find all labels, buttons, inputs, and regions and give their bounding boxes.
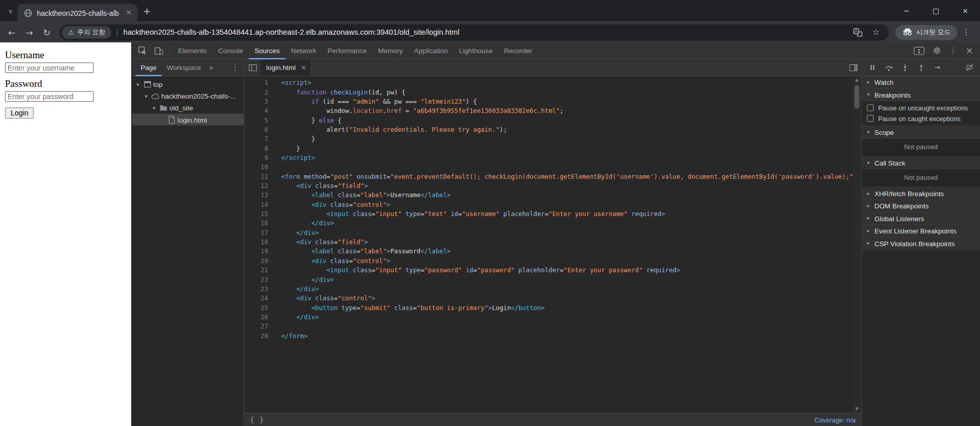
line-number[interactable]: 26 — [245, 312, 269, 321]
window-close-button[interactable]: × — [950, 0, 980, 22]
line-number[interactable]: 11 — [245, 172, 269, 181]
devtools-tab-elements[interactable]: Elements — [173, 42, 212, 59]
browser-tab[interactable]: hacktheon2025-challs-alb-135 × — [17, 4, 137, 21]
code-line[interactable]: 10 — [245, 162, 853, 172]
line-number[interactable]: 16 — [245, 219, 269, 228]
line-number[interactable]: 14 — [245, 200, 269, 209]
line-number[interactable]: 19 — [245, 247, 269, 256]
security-chip[interactable]: ⚠ 주의 요함 — [62, 26, 111, 38]
devtools-tab-application[interactable]: Application — [409, 42, 453, 59]
devtools-tab-memory[interactable]: Memory — [372, 42, 409, 59]
devtools-tab-console[interactable]: Console — [212, 42, 249, 59]
line-number[interactable]: 4 — [245, 106, 269, 115]
code-line[interactable]: 2 function checkLogin(id, pw) { — [245, 87, 853, 97]
line-number[interactable]: 28 — [245, 331, 269, 340]
debugger-section-breakpoints[interactable]: ▾Breakpoints — [862, 89, 980, 101]
devtools-close-icon[interactable]: × — [961, 42, 977, 59]
line-number[interactable]: 25 — [245, 303, 269, 312]
device-toolbar-icon[interactable] — [151, 42, 167, 59]
step-into-icon[interactable] — [898, 61, 912, 75]
settings-gear-icon[interactable] — [929, 42, 945, 59]
minimize-button[interactable]: − — [892, 0, 921, 22]
code-line[interactable]: 26 </div> — [245, 312, 853, 321]
debugger-section-global-listeners[interactable]: ▸Global Listeners — [862, 212, 980, 225]
code-editor[interactable]: 1<script>2 function checkLogin(id, pw) {… — [245, 76, 862, 413]
line-number[interactable]: 24 — [245, 294, 269, 303]
step-over-icon[interactable] — [882, 61, 896, 75]
devtools-tab-lighthouse[interactable]: Lighthouse — [453, 42, 498, 59]
debugger-section-csp-violation-breakpoints[interactable]: ▸CSP Violation Breakpoints — [862, 238, 980, 250]
line-number[interactable]: 5 — [245, 115, 269, 125]
tree-item-hacktheon2025-challs[interactable]: ▾hacktheon2025-challs-... — [132, 90, 244, 102]
line-number[interactable]: 7 — [245, 134, 269, 144]
line-number[interactable]: 17 — [245, 228, 269, 237]
line-number[interactable]: 20 — [245, 256, 269, 265]
tree-item-top[interactable]: ▾top — [132, 78, 244, 90]
line-number[interactable]: 2 — [245, 87, 269, 97]
line-number[interactable]: 6 — [245, 125, 269, 134]
code-line[interactable]: 23 </div> — [245, 284, 853, 293]
code-line[interactable]: 4 window.location.href = "a6b49f3b955fef… — [245, 106, 853, 115]
line-number[interactable]: 12 — [245, 181, 269, 191]
debugger-section-call-stack[interactable]: ▾Call Stack — [862, 157, 980, 169]
step-icon[interactable] — [930, 61, 944, 75]
inspect-element-icon[interactable] — [134, 42, 151, 59]
console-messages-icon[interactable]: 1 — [914, 46, 924, 55]
code-line[interactable]: 19 <label class="label">Password</label> — [245, 247, 853, 256]
checkbox[interactable] — [867, 115, 873, 122]
code-line[interactable]: 9</script> — [245, 153, 853, 162]
code-line[interactable]: 24 <div class="control"> — [245, 294, 853, 303]
tab-close-icon[interactable]: × — [124, 8, 134, 18]
toggle-debugger-sidebar-icon[interactable] — [845, 59, 862, 76]
checkbox[interactable] — [867, 104, 873, 111]
debugger-section-xhr-fetch-breakpoints[interactable]: ▸XHR/fetch Breakpoints — [862, 187, 980, 200]
code-line[interactable]: 16 </div> — [245, 219, 853, 228]
breakpoint-option-pause-on-uncaught-exceptions[interactable]: Pause on uncaught exceptions — [862, 103, 980, 113]
debugger-section-scope[interactable]: ▾Scope — [862, 126, 980, 138]
line-number[interactable]: 21 — [245, 266, 269, 275]
scroll-up-icon[interactable]: ▲ — [855, 76, 859, 84]
back-icon[interactable]: ← — [4, 24, 20, 40]
editor-group-icon[interactable] — [245, 59, 261, 76]
code-line[interactable]: 12 <div class="field"> — [245, 181, 853, 191]
tab-search-icon[interactable]: ∨ — [4, 8, 17, 14]
code-line[interactable]: 25 <button type="submit" class="button i… — [245, 303, 853, 312]
code-line[interactable]: 13 <label class="label">Username</label> — [245, 191, 853, 200]
devtools-tab-network[interactable]: Network — [285, 42, 322, 59]
devtools-menu-icon[interactable]: ⋮ — [945, 42, 961, 59]
bookmark-star-icon[interactable]: ☆ — [870, 28, 882, 37]
code-line[interactable]: 22 </div> — [245, 275, 853, 284]
code-line[interactable]: 1<script> — [245, 78, 853, 87]
scrollbar-thumb[interactable] — [854, 85, 859, 108]
code-line[interactable]: 20 <div class="control"> — [245, 256, 853, 265]
step-out-icon[interactable] — [914, 61, 928, 75]
line-number[interactable]: 18 — [245, 238, 269, 247]
code-line[interactable]: 14 <div class="control"> — [245, 200, 853, 209]
url-text[interactable]: hacktheon2025-challs-alb-1354048441.ap-n… — [124, 28, 846, 36]
editor-tab-login-html[interactable]: login.html × — [260, 59, 312, 76]
incognito-badge[interactable]: 시크릿 모드 — [895, 25, 958, 39]
devtools-tab-recorder[interactable]: Recorder — [498, 42, 538, 59]
tree-item-login-html[interactable]: login.html — [132, 114, 244, 126]
code-line[interactable]: 21 <input class="input" type="password" … — [245, 266, 853, 275]
code-line[interactable]: 28</form> — [245, 331, 853, 340]
tree-item-old-site[interactable]: ▾old_site — [132, 102, 244, 113]
line-number[interactable]: 13 — [245, 191, 269, 200]
code-line[interactable]: 7 } — [245, 134, 853, 144]
code-line[interactable]: 11<form method="post" onsubmit="event.pr… — [245, 172, 853, 181]
devtools-tab-sources[interactable]: Sources — [249, 42, 285, 59]
editor-tab-close-icon[interactable]: × — [301, 63, 306, 72]
password-input[interactable] — [5, 91, 94, 102]
code-line[interactable]: 17 </div> — [245, 228, 853, 237]
code-line[interactable]: 5 } else { — [245, 115, 853, 125]
navigator-menu-icon[interactable]: ⋮ — [229, 63, 241, 72]
line-number[interactable]: 22 — [245, 275, 269, 284]
tree-disclosure-icon[interactable]: ▾ — [151, 105, 157, 111]
navigator-tab-page[interactable]: Page — [136, 59, 162, 76]
code-line[interactable]: 3 if (id === "admin" && pw === "letmein1… — [245, 97, 853, 106]
debugger-section-watch[interactable]: ▸Watch — [862, 76, 980, 88]
new-tab-button[interactable]: + — [137, 5, 156, 16]
line-number[interactable]: 27 — [245, 322, 269, 331]
navigator-tab-workspace[interactable]: Workspace — [162, 59, 206, 76]
tree-disclosure-icon[interactable]: ▾ — [134, 81, 141, 87]
